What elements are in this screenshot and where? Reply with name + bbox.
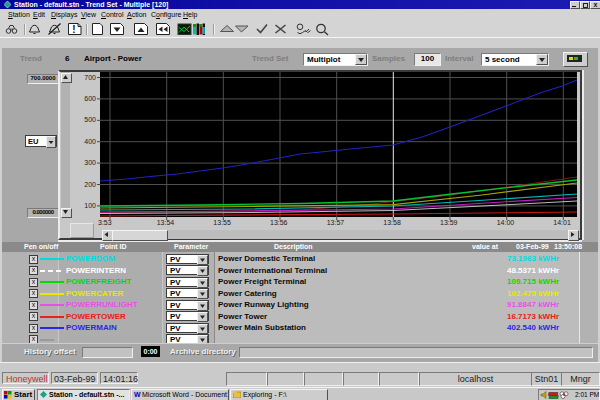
- svg-text:!: !: [72, 24, 75, 35]
